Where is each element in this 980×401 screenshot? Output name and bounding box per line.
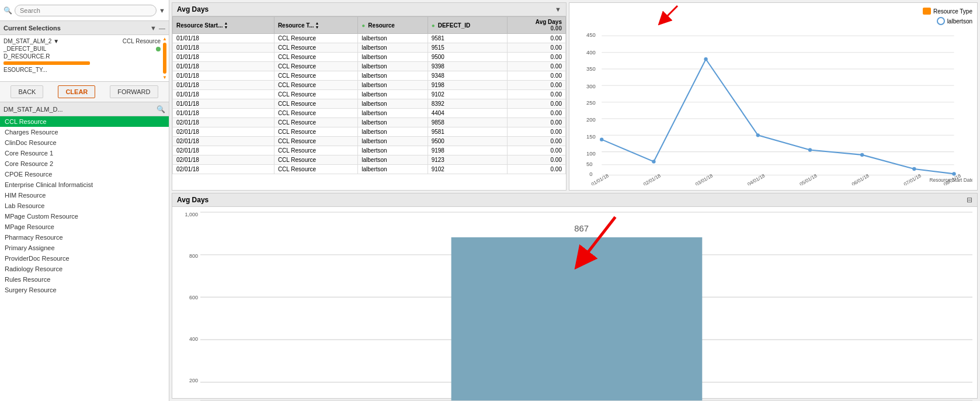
- svg-text:05/01/18: 05/01/18: [798, 172, 818, 185]
- cell-defect: 9500: [428, 137, 507, 146]
- cell-defect: 4404: [428, 109, 507, 118]
- table-row: 02/01/18 CCL Resource lalbertson 9581 0.…: [173, 127, 566, 137]
- y-label-1000: 1,000: [177, 212, 198, 217]
- svg-point-27: [860, 153, 864, 157]
- search-dropdown-icon[interactable]: ▼: [159, 7, 165, 14]
- legend-lalbertson-label: lalbertson: [947, 18, 972, 25]
- scroll-down-arrow[interactable]: ▼: [162, 75, 167, 80]
- cell-defect: 9348: [428, 71, 507, 81]
- cell-resource: lalbertson: [358, 165, 428, 174]
- cell-resource: lalbertson: [358, 71, 428, 81]
- svg-text:200: 200: [586, 116, 596, 123]
- resource-item[interactable]: Primary Assignee: [0, 243, 169, 253]
- col-header-type[interactable]: Resource T...▲▼: [274, 17, 357, 34]
- table-row: 02/01/18 CCL Resource lalbertson 9858 0.…: [173, 118, 566, 127]
- cell-resource: lalbertson: [358, 99, 428, 109]
- cs-close-btn[interactable]: —: [159, 25, 165, 32]
- svg-text:100: 100: [586, 150, 596, 157]
- clear-button[interactable]: CLEAR: [58, 85, 95, 98]
- cell-defect: 9858: [428, 118, 507, 127]
- resource-item[interactable]: Surgery Resource: [0, 285, 169, 295]
- selection-item: DM_STAT_ALM_2 ▼ CCL Resource: [4, 37, 161, 45]
- resource-item[interactable]: MPage Custom Resource: [0, 211, 169, 222]
- selection-item: _DEFECT_BUIL: [4, 45, 161, 53]
- cell-avgdays: 0.00: [508, 146, 566, 155]
- cell-start: 01/01/18: [173, 34, 274, 43]
- resource-item[interactable]: Radiology Resource: [0, 264, 169, 274]
- cell-resource: lalbertson: [358, 118, 428, 127]
- table-header-bar: Avg Days ▼: [172, 3, 566, 16]
- back-button[interactable]: BACK: [11, 85, 43, 98]
- cell-resource: lalbertson: [358, 155, 428, 165]
- bar-chart-svg: 867 lalbertson: [200, 212, 972, 401]
- cell-defect: 9515: [428, 43, 507, 53]
- table-row: 01/01/18 CCL Resource lalbertson 9198 0.…: [173, 81, 566, 90]
- cell-start: 02/01/18: [173, 155, 274, 165]
- col-header-start[interactable]: Resource Start...▲▼: [173, 17, 274, 34]
- list-search-icon[interactable]: 🔍: [157, 105, 165, 113]
- resource-item[interactable]: Enterprise Clinical Informaticist: [0, 179, 169, 190]
- table-row: 01/01/18 CCL Resource lalbertson 9102 0.…: [173, 90, 566, 99]
- cell-start: 01/01/18: [173, 109, 274, 118]
- cell-type: CCL Resource: [274, 118, 357, 127]
- svg-text:07/01/18: 07/01/18: [903, 172, 923, 185]
- search-icon: 🔍: [4, 6, 12, 15]
- col-header-defect[interactable]: DEFECT_ID: [428, 17, 507, 34]
- bar-chart-plot: 867 lalbertson: [200, 212, 972, 401]
- cell-avgdays: 0.00: [508, 118, 566, 127]
- resource-item[interactable]: HIM Resource: [0, 190, 169, 200]
- cell-type: CCL Resource: [274, 62, 357, 71]
- resource-item[interactable]: Core Resource 2: [0, 158, 169, 169]
- table-scroll-wrapper[interactable]: Resource Start...▲▼ Resource T...▲▼ Reso…: [172, 16, 566, 190]
- resource-item[interactable]: Lab Resource: [0, 200, 169, 211]
- cell-avgdays: 0.00: [508, 137, 566, 146]
- cell-avgdays: 0.00: [508, 127, 566, 137]
- cell-resource: lalbertson: [358, 53, 428, 62]
- table-title: Avg Days: [177, 5, 208, 13]
- cell-start: 01/01/18: [173, 81, 274, 90]
- col-header-resource[interactable]: Resource: [358, 17, 428, 34]
- cell-defect: 9398: [428, 62, 507, 71]
- cell-defect: 9102: [428, 165, 507, 174]
- cell-start: 02/01/18: [173, 127, 274, 137]
- cell-avgdays: 0.00: [508, 90, 566, 99]
- resource-item[interactable]: CPOE Resource: [0, 169, 169, 179]
- table-row: 02/01/18 CCL Resource lalbertson 9500 0.…: [173, 137, 566, 146]
- data-table: Resource Start...▲▼ Resource T...▲▼ Reso…: [172, 16, 566, 174]
- resource-item[interactable]: ClinDoc Resource: [0, 137, 169, 148]
- cell-avgdays: 0.00: [508, 109, 566, 118]
- forward-button[interactable]: FORWARD: [110, 85, 158, 98]
- col-header-avgdays[interactable]: Avg Days 0.00: [508, 17, 566, 34]
- bar-chart-header: Avg Days ⊟: [172, 193, 977, 207]
- resource-item[interactable]: Charges Resource: [0, 127, 169, 137]
- bar-chart-title: Avg Days: [177, 196, 208, 204]
- cell-defect: 9123: [428, 155, 507, 165]
- bar-chart-menu-icon[interactable]: ⊟: [967, 196, 972, 204]
- resource-item[interactable]: Core Resource 1: [0, 148, 169, 158]
- svg-text:03/01/18: 03/01/18: [694, 172, 714, 185]
- legend-resource-type: Resource Type: [923, 8, 972, 15]
- line-chart-area: 450 400 350 300 250 200 150 100 50 0: [574, 27, 972, 185]
- cell-start: 01/01/18: [173, 53, 274, 62]
- line-chart-container: Resource Type lalbertson 450 400 350 300: [569, 2, 978, 191]
- bar-chart-section: Avg Days ⊟ 1,000 800 600 400 200 0: [172, 193, 978, 399]
- resource-item[interactable]: ProviderDoc Resource: [0, 253, 169, 264]
- cell-type: CCL Resource: [274, 90, 357, 99]
- search-input[interactable]: [15, 5, 157, 16]
- cell-start: 01/01/18: [173, 62, 274, 71]
- svg-point-26: [808, 148, 812, 151]
- table-dropdown-btn[interactable]: ▼: [555, 6, 561, 13]
- resource-item[interactable]: Rules Resource: [0, 274, 169, 285]
- resource-item[interactable]: MPage Resource: [0, 222, 169, 232]
- cell-start: 02/01/18: [173, 165, 274, 174]
- cell-resource: lalbertson: [358, 137, 428, 146]
- cell-type: CCL Resource: [274, 81, 357, 90]
- cell-avgdays: 0.00: [508, 71, 566, 81]
- resource-item[interactable]: CCL Resource: [0, 116, 169, 127]
- scroll-up-arrow[interactable]: ▲: [162, 36, 167, 42]
- svg-point-24: [704, 57, 707, 61]
- resource-item[interactable]: Pharmacy Resource: [0, 232, 169, 243]
- svg-point-22: [600, 138, 603, 141]
- cell-avgdays: 0.00: [508, 165, 566, 174]
- cs-menu-btn[interactable]: ▼: [150, 25, 157, 32]
